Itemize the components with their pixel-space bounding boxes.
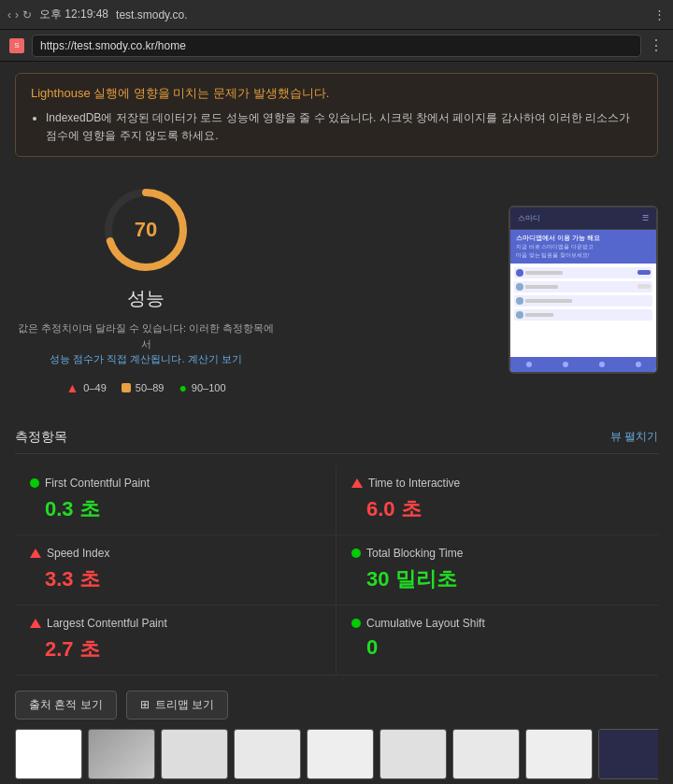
cls-status-icon — [351, 619, 361, 628]
metric-fcp: First Contentful Paint 0.3 초 — [15, 465, 336, 535]
thumbnail-1[interactable] — [15, 729, 82, 779]
warning-title: Lighthouse 실행에 영향을 미치는 문제가 발생했습니다. — [31, 85, 642, 102]
source-button[interactable]: 출처 흔적 보기 — [15, 691, 117, 720]
preview-header-text: 스마디 — [518, 213, 540, 223]
thumbnail-7[interactable] — [452, 729, 520, 779]
warning-banner: Lighthouse 실행에 영향을 미치는 문제가 발생했습니다. Index… — [15, 73, 658, 157]
metrics-toggle[interactable]: 뷰 펼치기 — [610, 429, 658, 445]
score-legend: ▲ 0–49 50–89 ● 90–100 — [65, 380, 225, 395]
tbt-status-icon — [351, 549, 361, 558]
thumbnail-6[interactable] — [379, 729, 447, 779]
legend-red: ▲ 0–49 — [65, 380, 106, 395]
thumbnail-8[interactable] — [525, 729, 593, 779]
cls-label: Cumulative Layout Shift — [366, 617, 485, 630]
preview-app-title: 스마디앱에서 이용 가능 해요 지금 바로 스마디앱을 다운받고 마음 맞는 팀… — [510, 230, 656, 264]
score-section: 70 성능 값은 추정치이며 달라질 수 있습니다: 이러한 측정항목에서 성능… — [15, 172, 658, 414]
metrics-header: 측정항목 뷰 펼치기 — [15, 421, 658, 454]
preview-bottom-dot-1 — [526, 362, 532, 367]
back-icon[interactable]: ‹ — [7, 8, 11, 21]
legend-green-icon: ● — [179, 380, 186, 395]
metrics-section: 측정항목 뷰 펼치기 First Contentful Paint 0.3 초 … — [15, 421, 658, 676]
fcp-label: First Contentful Paint — [45, 477, 150, 490]
metric-tti: Time to Interactive 6.0 초 — [336, 465, 658, 535]
title-bar: ‹ › ↻ 오후 12:19:48 test.smody.co. ⋮ — [0, 0, 673, 30]
address-input[interactable] — [32, 35, 641, 57]
reload-icon[interactable]: ↻ — [22, 8, 32, 21]
legend-red-icon: ▲ — [65, 380, 79, 395]
metric-lcp: Largest Contentful Paint 2.7 초 — [15, 606, 336, 676]
warning-body: IndexedDB에 저장된 데이터가 로드 성능에 영향을 줄 수 있습니다.… — [31, 109, 642, 145]
screenshot-preview: 스마디 ☰ 스마디앱에서 이용 가능 해요 지금 바로 스마디앱을 다운받고 마… — [508, 206, 658, 374]
metric-tbt: Total Blocking Time 30 밀리초 — [336, 535, 658, 606]
thumbnail-3[interactable] — [161, 729, 228, 779]
score-link[interactable]: 성능 점수가 직접 계산됩니다. — [50, 353, 184, 364]
score-left: 70 성능 값은 추정치이며 달라질 수 있습니다: 이러한 측정항목에서 성능… — [15, 183, 277, 395]
title-bar-menu[interactable]: ⋮ — [653, 7, 666, 21]
metric-si: Speed Index 3.3 초 — [15, 535, 336, 606]
tti-status-icon — [351, 478, 363, 488]
score-donut: 70 — [99, 183, 193, 277]
preview-header-icons: ☰ — [642, 214, 649, 222]
preview-bottom-bar — [510, 357, 656, 372]
legend-orange: 50–89 — [122, 382, 165, 393]
thumbnail-9[interactable] — [598, 729, 658, 779]
preview-content: 스마디앱에서 이용 가능 해요 지금 바로 스마디앱을 다운받고 마음 맞는 팀… — [510, 230, 656, 372]
legend-orange-icon — [122, 383, 131, 392]
fcp-value: 0.3 초 — [45, 495, 321, 523]
thumbnail-strip — [15, 729, 658, 783]
metrics-title: 측정항목 — [15, 429, 67, 446]
treemap-icon: ⊞ — [140, 698, 150, 711]
metric-cls: Cumulative Layout Shift 0 — [336, 606, 658, 676]
preview-bottom-dot-4 — [636, 362, 641, 367]
title-bar-time: 오후 12:19:48 — [39, 7, 108, 22]
si-label: Speed Index — [47, 547, 109, 560]
buttons-row: 출처 흔적 보기 ⊞ 트리맵 보기 — [15, 691, 658, 720]
lcp-value: 2.7 초 — [45, 635, 321, 663]
address-menu-icon[interactable]: ⋮ — [649, 36, 664, 54]
tti-value: 6.0 초 — [366, 495, 643, 523]
title-bar-nav: ‹ › ↻ — [7, 8, 32, 21]
preview-bottom-dot-3 — [599, 362, 605, 367]
warning-body-text: IndexedDB에 저장된 데이터가 로드 성능에 영향을 줄 수 있습니다.… — [46, 109, 642, 145]
legend-green: ● 90–100 — [179, 380, 225, 395]
address-bar: S ⋮ — [0, 30, 673, 62]
metrics-grid: First Contentful Paint 0.3 초 Time to Int… — [15, 465, 658, 676]
score-description: 값은 추정치이며 달라질 수 있습니다: 이러한 측정항목에서 성능 점수가 직… — [15, 321, 277, 367]
forward-icon[interactable]: › — [15, 8, 19, 21]
fcp-status-icon — [30, 478, 39, 488]
thumbnail-2[interactable] — [88, 729, 155, 779]
preview-bottom-dot-2 — [563, 362, 568, 367]
score-label: 성능 — [127, 286, 165, 311]
thumbnail-4[interactable] — [234, 729, 301, 779]
calc-link[interactable]: 계산기 보기 — [188, 353, 242, 364]
lcp-label: Largest Contentful Paint — [47, 617, 167, 630]
treemap-label: 트리맵 보기 — [155, 697, 214, 713]
tbt-value: 30 밀리초 — [366, 565, 643, 593]
thumbnail-5[interactable] — [307, 729, 374, 779]
preview-header: 스마디 ☰ — [510, 207, 656, 230]
favicon: S — [9, 38, 24, 53]
tbt-label: Total Blocking Time — [366, 547, 463, 560]
si-status-icon — [30, 549, 41, 558]
title-bar-domain: test.smody.co. — [116, 8, 187, 21]
score-value: 70 — [135, 218, 157, 242]
si-value: 3.3 초 — [45, 565, 321, 593]
preview-list — [510, 264, 656, 357]
tti-label: Time to Interactive — [368, 477, 460, 490]
cls-value: 0 — [366, 635, 643, 660]
lcp-status-icon — [30, 619, 41, 628]
treemap-button[interactable]: ⊞ 트리맵 보기 — [126, 691, 228, 720]
main-content: Lighthouse 실행에 영향을 미치는 문제가 발생했습니다. Index… — [0, 62, 673, 784]
